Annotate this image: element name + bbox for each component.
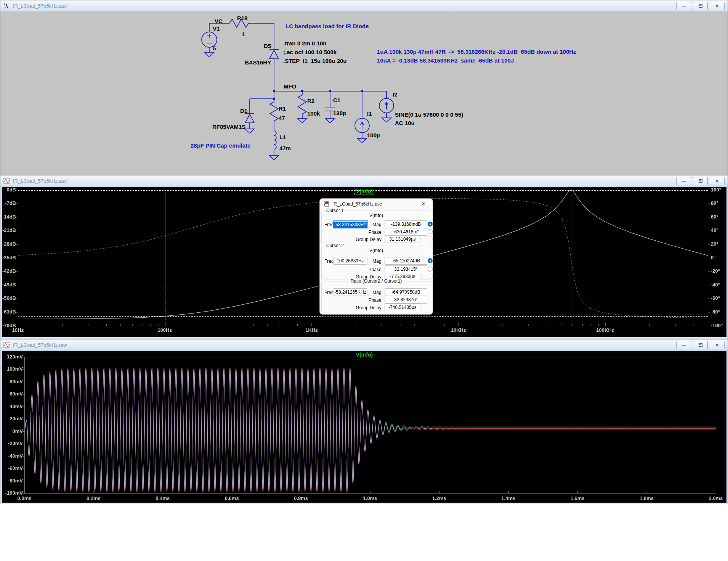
- ltspice-icon: [323, 201, 330, 207]
- schematic-label: 5: [213, 45, 216, 51]
- cursor1-mag-field[interactable]: -139.3168mdB: [385, 220, 427, 228]
- ratio-phase-field[interactable]: 32.823876°: [385, 296, 427, 304]
- schematic-label: D5: [264, 43, 271, 49]
- cursor2-heading: Cursor 2: [325, 243, 345, 248]
- phase-label: Phase:: [360, 230, 383, 235]
- schematic-label: LC bandpass load for IR Diode: [285, 23, 369, 29]
- phase-label: Phase:: [360, 297, 383, 303]
- schematic-app-icon: [3, 3, 10, 10]
- schematic-label: .STEP I1 15u 100u 20u: [283, 58, 346, 64]
- cursor1-heading: Cursor 1: [325, 208, 345, 213]
- waveform-icon: [3, 178, 10, 184]
- transient-trace-label: V(mfo): [356, 352, 373, 358]
- minimize-button[interactable]: [676, 177, 691, 185]
- schematic-label: 10uA = -0.13dB 58.341533KHz same -65dB a…: [377, 57, 514, 64]
- schematic-label: 1: [242, 31, 245, 37]
- cursor2-gd-radio[interactable]: [428, 274, 433, 279]
- minimize-button[interactable]: [676, 341, 691, 349]
- cursor1-group: Cursor 1 V(mfo) Freq: 58.341533KHz Mag: …: [321, 211, 431, 244]
- cursor2-signal: V(mfo): [322, 248, 431, 253]
- cursor1-freq-field[interactable]: 58.341533KHz: [333, 220, 368, 228]
- window-title: IR_LCoad_57p6kHz.raw: [13, 342, 67, 348]
- cursor2-phase-radio[interactable]: [428, 267, 433, 272]
- cursor-dialog-title: IR_LCoad_57p6kHz.asc: [332, 201, 382, 207]
- cursor1-gd-radio[interactable]: [428, 236, 433, 241]
- close-icon[interactable]: ×: [418, 200, 429, 208]
- ac-plot-titlebar: IR_LCoad_57p6kHz.asc ×: [0, 175, 728, 187]
- close-button[interactable]: ×: [710, 2, 725, 10]
- cursor-dialog-titlebar[interactable]: IR_LCoad_57p6kHz.asc ×: [320, 199, 433, 209]
- schematic-titlebar: IR_LCoad_57p6kHz.asc ×: [0, 0, 728, 12]
- schematic-label: 100k: [307, 110, 320, 117]
- schematic-label: MFO: [284, 83, 296, 90]
- schematic-label: ;.ac oct 100 10 500k: [283, 49, 337, 55]
- cursor1-gd-field[interactable]: 31.131049µs: [385, 235, 420, 243]
- cursor2-phase-field[interactable]: 32.193415°: [385, 265, 427, 273]
- ratio-freq-field[interactable]: -58.241265KHz: [333, 288, 367, 296]
- schematic-label: L1: [279, 134, 286, 140]
- restore-button[interactable]: [693, 177, 708, 185]
- schematic-label: C1: [333, 97, 340, 103]
- mag-label: Mag:: [367, 290, 383, 295]
- group-delay-label: Group Delay:: [345, 305, 383, 310]
- minimize-button[interactable]: [676, 2, 691, 10]
- restore-button[interactable]: [693, 341, 708, 349]
- schematic-label: I2: [393, 91, 398, 98]
- schematic-label: R1: [279, 105, 286, 112]
- cursor2-mag-radio[interactable]: [428, 258, 433, 263]
- schematic-label: V1: [213, 26, 220, 32]
- transient-plot-titlebar: IR_LCoad_57p6kHz.raw ×: [0, 339, 728, 351]
- cursor2-freq-field[interactable]: 100.26839Hz: [333, 257, 367, 265]
- schematic-drawing: [1, 12, 727, 174]
- cursor2-mag-field[interactable]: -65.110274dB: [385, 257, 427, 265]
- schematic-label: R18: [237, 15, 248, 21]
- schematic-label: SINE(0 1u 57600 0 0 0 55): [395, 111, 463, 118]
- transient-plot-window: IR_LCoad_57p6kHz.raw × V(mfo): [0, 339, 728, 504]
- schematic-label: D1: [240, 108, 247, 114]
- schematic-label: 47m: [279, 145, 291, 151]
- schematic-label: BAS16HY: [245, 59, 271, 66]
- close-button[interactable]: ×: [710, 341, 725, 349]
- window-title: IR_LCoad_57p6kHz.asc: [13, 3, 67, 9]
- phase-label: Phase:: [360, 267, 383, 272]
- cursor1-phase-field[interactable]: -630.4618m°: [385, 228, 427, 236]
- cursor1-phase-radio[interactable]: [428, 229, 433, 234]
- ratio-mag-field[interactable]: -64.970958dB: [385, 288, 427, 296]
- ratio-heading: Ratio (Cursor2 / Cursor1): [349, 278, 404, 284]
- restore-button[interactable]: [693, 2, 708, 10]
- waveform-icon: [3, 342, 10, 348]
- mag-label: Mag:: [367, 222, 383, 227]
- close-button[interactable]: ×: [710, 177, 725, 185]
- schematic-label: I1: [367, 111, 372, 117]
- schematic-label: 1uA 100k 130p 47mH 47R -> 58.316268KHz -…: [377, 48, 576, 55]
- schematic-canvas[interactable]: VCV15R181D5BAS16HYMFOD1RF05VAM1SR147L147…: [1, 12, 727, 174]
- schematic-label: AC 10u: [395, 120, 415, 126]
- cursor2-group: Cursor 2 V(mfo) Freq: 100.26839Hz Mag: -…: [321, 246, 431, 280]
- schematic-label: 100µ: [367, 132, 380, 138]
- ratio-group: Ratio (Cursor2 / Cursor1) Freq: -58.2412…: [321, 281, 431, 312]
- cursor1-mag-radio[interactable]: [428, 222, 433, 227]
- cursor-dialog: IR_LCoad_57p6kHz.asc × Cursor 1 V(mfo) F…: [319, 198, 433, 315]
- window-title: IR_LCoad_57p6kHz.asc: [13, 178, 67, 184]
- schematic-label: RF05VAM1S: [212, 124, 245, 130]
- schematic-label: 130p: [333, 110, 346, 116]
- cursor1-signal: V(mfo): [322, 213, 431, 218]
- ac-trace-label[interactable]: V(mfo): [354, 188, 374, 195]
- schematic-label: 28pF PIN Cap emulate: [191, 142, 251, 149]
- schematic-label: VC: [215, 18, 223, 24]
- mag-label: Mag:: [367, 259, 383, 264]
- schematic-label: .tran 0 2m 0 10n: [283, 40, 326, 47]
- transient-plot-canvas[interactable]: [2, 351, 726, 503]
- schematic-label: 47: [279, 115, 285, 121]
- schematic-label: R2: [307, 98, 314, 104]
- group-delay-label: Group Delay:: [345, 237, 383, 242]
- schematic-window: IR_LCoad_57p6kHz.asc × VCV15R181D5BAS16H…: [0, 0, 728, 175]
- transient-plot-pane: V(mfo): [2, 351, 726, 503]
- ratio-gd-field[interactable]: -746.51435µs: [385, 304, 420, 311]
